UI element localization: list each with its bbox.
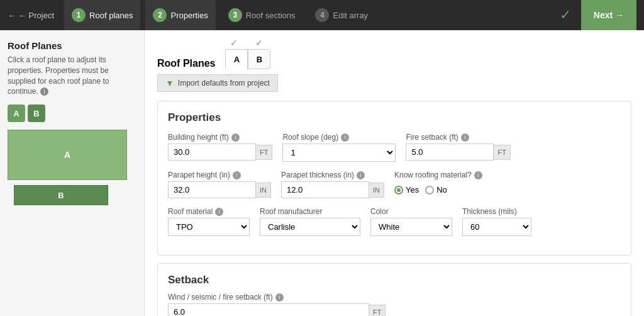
thickness-select[interactable]: 60 80 45 [462, 218, 531, 236]
nav-step-4[interactable]: 4 Edit array [308, 0, 375, 30]
roof-plane-a-diagram[interactable]: A [8, 130, 127, 180]
wind-seismic-info-icon[interactable]: i [275, 293, 284, 302]
fire-setback-input[interactable] [406, 144, 494, 161]
roof-plane-b-diagram[interactable]: B [14, 185, 108, 205]
parapet-thickness-unit: IN [369, 183, 384, 198]
building-height-label: Building height (ft) i [168, 133, 272, 142]
radio-no-dot [425, 186, 434, 195]
back-label: ← Project [18, 11, 54, 20]
building-height-info-icon[interactable]: i [231, 133, 240, 142]
step-4-label: Edit array [333, 11, 368, 20]
back-arrow-icon: ← [8, 11, 16, 20]
plane-tab-a[interactable]: A [8, 104, 25, 122]
building-height-input-wrap: FT [168, 144, 272, 161]
roof-material-select[interactable]: TPO EPDM PVC [168, 218, 250, 236]
main-layout: Roof Planes Click a roof plane to adjust… [0, 30, 644, 316]
parapet-height-input-wrap: IN [168, 181, 271, 198]
building-height-input[interactable] [168, 144, 256, 161]
import-arrow-icon: ▼ [165, 78, 174, 88]
fire-setback-info-icon[interactable]: i [461, 133, 469, 142]
know-roofing-info-icon[interactable]: i [474, 171, 482, 179]
nav-step-2[interactable]: 2 Properties [145, 0, 215, 30]
plane-a-diagram-label: A [64, 150, 70, 160]
know-roofing-radio-group: Yes No [394, 181, 482, 198]
import-defaults-button[interactable]: ▼ Import defaults from project [157, 74, 278, 92]
building-height-unit: FT [256, 145, 272, 160]
check-row: ✓ ✓ [157, 38, 631, 48]
wind-seismic-label: Wind / seismic / fire setback (ft) i [168, 293, 621, 302]
content-area: ✓ ✓ Roof Planes A B ▼ Import defaults fr… [145, 30, 644, 316]
info-icon[interactable]: i [40, 87, 48, 96]
properties-row-1: Building height (ft) i FT Roof slope (de… [168, 133, 621, 162]
roof-manufacturer-select[interactable]: Carlisle GAF Firestone [260, 218, 360, 236]
radio-yes-dot [394, 186, 403, 195]
import-label: Import defaults from project [178, 79, 270, 87]
wind-seismic-unit: FT [369, 305, 386, 317]
properties-row-3: Roof material i TPO EPDM PVC Roof manufa… [168, 207, 621, 236]
parapet-height-field: Parapet height (in) i IN [168, 171, 271, 198]
roof-manufacturer-field: Roof manufacturer Carlisle GAF Firestone [260, 207, 360, 236]
color-select[interactable]: White Gray Tan [370, 218, 452, 236]
roof-planes-title: Roof Planes [157, 58, 215, 69]
step-1-label: Roof planes [89, 11, 133, 20]
step-circle-4: 4 [315, 8, 329, 22]
roof-material-label: Roof material i [168, 207, 250, 216]
step-circle-3: 3 [228, 8, 242, 22]
plane-tab-b[interactable]: B [28, 104, 45, 122]
nav-checkmark-icon: ✓ [560, 7, 571, 23]
sidebar: Roof Planes Click a roof plane to adjust… [0, 30, 145, 316]
nav-step-1[interactable]: 1 Roof planes [64, 0, 140, 30]
parapet-thickness-info-icon[interactable]: i [357, 171, 365, 179]
wind-seismic-input[interactable] [168, 303, 369, 316]
step-circle-2: 2 [153, 8, 167, 22]
color-label: Color [370, 207, 452, 216]
roof-material-field: Roof material i TPO EPDM PVC [168, 207, 250, 236]
roof-slope-field: Roof slope (deg) i 1 2 3 [282, 133, 396, 162]
plane-b-diagram-label: B [58, 191, 64, 200]
back-button[interactable]: ← ← Project [8, 11, 54, 20]
roof-slope-info-icon[interactable]: i [341, 133, 349, 142]
nav-step-3[interactable]: 3 Roof sections [221, 0, 303, 30]
roof-slope-select[interactable]: 1 2 3 [282, 144, 396, 162]
wind-seismic-input-wrap: FT [168, 303, 621, 316]
setback-title: Setback [168, 274, 621, 286]
setback-section: Setback Wind / seismic / fire setback (f… [157, 263, 631, 316]
plane-tabs: A B [8, 104, 136, 122]
know-roofing-label: Know roofing material? i [394, 171, 482, 179]
parapet-height-input[interactable] [168, 181, 256, 198]
roof-material-info-icon[interactable]: i [215, 208, 223, 216]
step-2-label: Properties [170, 11, 208, 20]
check-a-icon: ✓ [223, 38, 245, 48]
roof-planes-tabs-section: ✓ ✓ Roof Planes A B [157, 38, 631, 69]
parapet-height-info-icon[interactable]: i [233, 171, 241, 179]
parapet-height-unit: IN [256, 183, 271, 198]
parapet-thickness-label: Parapet thickness (in) i [281, 171, 384, 179]
roof-diagram: A B [8, 130, 127, 205]
fire-setback-unit: FT [494, 145, 510, 160]
roof-slope-input-wrap: 1 2 3 [282, 144, 396, 162]
wind-seismic-field: Wind / seismic / fire setback (ft) i FT [168, 293, 621, 316]
roof-planes-tab-a[interactable]: A [225, 49, 248, 69]
sidebar-title: Roof Planes [8, 40, 136, 51]
properties-title: Properties [168, 111, 621, 124]
thickness-field: Thickness (mils) 60 80 45 [462, 207, 531, 236]
roof-slope-label: Roof slope (deg) i [282, 133, 396, 142]
step-3-label: Roof sections [246, 11, 296, 20]
roof-manufacturer-label: Roof manufacturer [260, 207, 360, 216]
know-roofing-field: Know roofing material? i Yes No [394, 171, 482, 198]
parapet-thickness-input[interactable] [281, 181, 369, 198]
next-label: Next → [594, 10, 624, 20]
color-field: Color White Gray Tan [370, 207, 452, 236]
properties-row-2: Parapet height (in) i IN Parapet thickne… [168, 171, 621, 198]
properties-section: Properties Building height (ft) i FT Roo… [157, 101, 631, 256]
radio-no-option[interactable]: No [425, 185, 447, 195]
next-button[interactable]: Next → [581, 0, 636, 30]
check-b-icon: ✓ [248, 38, 270, 48]
thickness-label: Thickness (mils) [462, 207, 531, 216]
fire-setback-input-wrap: FT [406, 144, 510, 161]
top-nav: ← ← Project 1 Roof planes 2 Properties 3… [0, 0, 644, 30]
roof-planes-header: Roof Planes A B [157, 49, 631, 69]
radio-yes-option[interactable]: Yes [394, 185, 419, 195]
fire-setback-field: Fire setback (ft) i FT [406, 133, 510, 162]
roof-planes-tab-b[interactable]: B [248, 49, 270, 69]
